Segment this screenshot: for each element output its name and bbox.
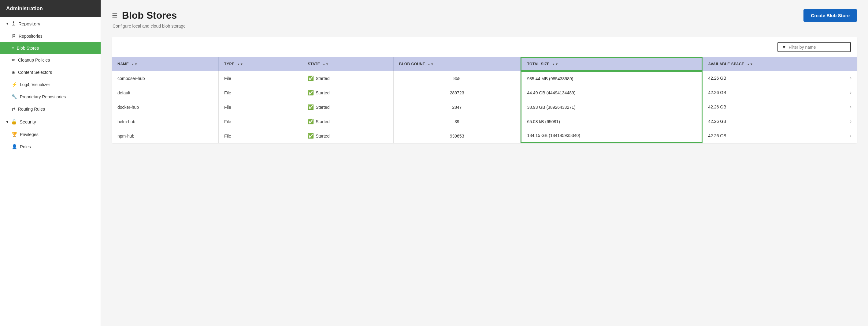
cell-state: ✅ Started [302,114,393,129]
col-header-total-size[interactable]: TOTAL SIZE ▲▼ [521,57,703,71]
cell-type: File [219,114,302,129]
sidebar-item-roles-label: Roles [20,144,31,149]
create-blob-store-button[interactable]: Create Blob Store [803,9,857,22]
filter-icon: ▼ [782,45,786,50]
row-chevron-icon[interactable]: › [850,104,851,110]
cell-state: ✅ Started [302,71,393,85]
state-check-icon: ✅ [308,133,314,139]
available-space-sort-icon: ▲▼ [747,62,753,66]
blob-stores-icon: ≡ [11,45,14,51]
filter-input[interactable] [789,45,846,50]
col-header-state[interactable]: STATE ▲▼ [302,57,393,71]
cell-state: ✅ Started [302,100,393,114]
state-text: Started [316,105,330,110]
blob-stores-table: NAME ▲▼ TYPE ▲▼ STATE ▲▼ BLOB COUNT ▲▼ T… [112,57,857,143]
state-check-icon: ✅ [308,104,314,110]
cell-blob-count: 39 [394,114,521,129]
arrow-icon: ▼ [5,22,9,26]
security-icon: 🔒 [11,119,17,125]
col-header-type[interactable]: TYPE ▲▼ [219,57,302,71]
cleanup-icon: ✏ [11,57,16,63]
sidebar-item-roles[interactable]: 👤 Roles [0,141,101,153]
page-header: ≡ Blob Stores Create Blob Store [112,9,857,22]
cell-available-space: 42.26 GB › [703,85,857,100]
table-header: NAME ▲▼ TYPE ▲▼ STATE ▲▼ BLOB COUNT ▲▼ T… [112,57,857,71]
cell-blob-count: 289723 [394,85,521,100]
cell-type: File [219,71,302,85]
row-chevron-icon[interactable]: › [850,90,851,95]
cell-state: ✅ Started [302,129,393,143]
table-body: composer-hub File ✅ Started 858 985.44 M… [112,71,857,143]
table-row: docker-hub File ✅ Started 2847 38.93 GB … [112,100,857,114]
cell-name: default [112,85,219,100]
routing-icon: ⇄ [11,106,16,112]
sidebar-item-repositories-label: Repositories [19,34,42,38]
security-arrow-icon: ▼ [5,120,9,124]
main-content: ≡ Blob Stores Create Blob Store Configur… [101,0,868,326]
state-text: Started [316,134,330,138]
table-row: helm-hub File ✅ Started 39 65.08 kB (650… [112,114,857,129]
sidebar-section-security[interactable]: ▼ 🔒 Security [0,115,101,128]
sidebar-item-proprietary[interactable]: 🔧 Proprietary Repositories [0,91,101,103]
table-row: npm-hub File ✅ Started 939653 184.15 GB … [112,129,857,143]
log4j-icon: ⚡ [11,82,18,87]
type-sort-icon: ▲▼ [237,62,243,66]
state-sort-icon: ▲▼ [322,62,329,66]
cell-name: composer-hub [112,71,219,85]
repositories-icon: 🗄 [11,33,16,38]
state-text: Started [316,90,330,95]
sidebar-section-security-label: Security [20,119,36,125]
filter-input-wrap[interactable]: ▼ [777,42,851,52]
sidebar-item-cleanup-policies[interactable]: ✏ Cleanup Policies [0,54,101,66]
sidebar-item-blob-stores[interactable]: ≡ Blob Stores [0,42,101,54]
col-header-available-space[interactable]: AVAILABLE SPACE ▲▼ [703,57,857,71]
cell-total-size: 65.08 kB (65081) [521,114,703,129]
sidebar-item-log4j[interactable]: ⚡ Log4j Visualizer [0,78,101,91]
state-text: Started [316,119,330,124]
cell-available-space: 42.26 GB › [703,71,857,85]
sidebar-item-log4j-label: Log4j Visualizer [20,82,50,87]
page-title-icon: ≡ [112,10,118,21]
cell-blob-count: 2847 [394,100,521,114]
sidebar-item-content-label: Content Selectors [18,70,52,75]
sidebar-section-repository[interactable]: ▼ 🗄 Repository [0,17,101,30]
sidebar-header: Administration [0,0,101,17]
page-title-wrap: ≡ Blob Stores [112,10,177,21]
page-subtitle: Configure local and cloud blob storage [113,24,857,28]
table-row: composer-hub File ✅ Started 858 985.44 M… [112,71,857,85]
privileges-icon: 🏆 [11,132,18,137]
row-chevron-icon[interactable]: › [850,118,851,124]
content-icon: ⊞ [11,70,16,75]
sidebar-item-privileges-label: Privileges [20,132,38,137]
col-header-name[interactable]: NAME ▲▼ [112,57,219,71]
row-chevron-icon[interactable]: › [850,75,851,81]
filter-row: ▼ [112,37,857,57]
state-check-icon: ✅ [308,75,314,81]
cell-type: File [219,129,302,143]
cell-type: File [219,85,302,100]
cell-type: File [219,100,302,114]
sidebar-item-privileges[interactable]: 🏆 Privileges [0,128,101,141]
sidebar-item-routing-rules[interactable]: ⇄ Routing Rules [0,103,101,115]
cell-total-size: 38.93 GB (38926433271) [521,100,703,114]
sidebar-item-proprietary-label: Proprietary Repositories [20,94,66,99]
sidebar-item-repositories[interactable]: 🗄 Repositories [0,30,101,42]
cell-name: docker-hub [112,100,219,114]
sidebar-item-routing-label: Routing Rules [18,107,45,111]
blob-stores-table-container: ▼ NAME ▲▼ TYPE ▲▼ STATE ▲▼ BLOB COUNT ▲▼… [112,37,857,143]
cell-blob-count: 858 [394,71,521,85]
cell-available-space: 42.26 GB › [703,129,857,143]
sidebar-item-cleanup-label: Cleanup Policies [18,58,50,62]
col-header-blob-count[interactable]: BLOB COUNT ▲▼ [394,57,521,71]
total-size-sort-icon: ▲▼ [552,62,558,66]
row-chevron-icon[interactable]: › [850,133,851,138]
blob-count-sort-icon: ▲▼ [428,62,434,66]
cell-available-space: 42.26 GB › [703,100,857,114]
roles-icon: 👤 [11,144,18,150]
state-text: Started [316,76,330,81]
cell-total-size: 184.15 GB (184145935340) [521,129,703,143]
cell-total-size: 985.44 MB (985438989) [521,71,703,85]
sidebar-item-content-selectors[interactable]: ⊞ Content Selectors [0,66,101,78]
repository-icon: 🗄 [11,21,16,26]
cell-state: ✅ Started [302,85,393,100]
